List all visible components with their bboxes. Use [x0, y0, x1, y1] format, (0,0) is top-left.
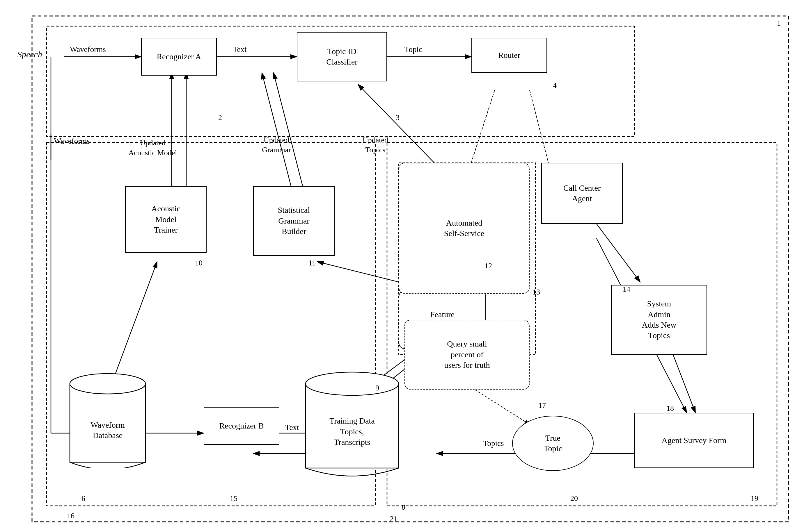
number-2: 2 — [218, 113, 222, 122]
recognizer-b-box: Recognizer B — [204, 407, 279, 445]
svg-line-21 — [111, 262, 157, 387]
number-9: 9 — [376, 384, 379, 393]
text-label-bottom: Text — [285, 423, 299, 432]
training-data-cylinder: Training Data Topics, Transcripts — [303, 369, 402, 477]
updated-topics-label: Updated Topics — [352, 135, 399, 155]
number-11: 11 — [308, 259, 316, 267]
number-3: 3 — [396, 113, 400, 122]
agent-survey-form-box: Agent Survey Form — [634, 413, 754, 468]
svg-line-29 — [465, 384, 530, 424]
number-14: 14 — [623, 285, 630, 293]
number-8: 8 — [402, 503, 405, 512]
statistical-grammar-builder-box: Statistical Grammar Builder — [253, 186, 335, 256]
automated-self-service-box: Automated Self-Service — [399, 163, 530, 293]
call-center-agent-box: Call Center Agent — [541, 163, 623, 224]
svg-line-31 — [597, 224, 640, 282]
topics-label: Topics — [483, 439, 504, 448]
svg-point-38 — [306, 372, 399, 395]
svg-point-36 — [70, 374, 146, 394]
waveform-database-cylinder: Waveform Database — [67, 369, 148, 468]
system-admin-box: System Admin Adds New Topics — [611, 285, 707, 355]
diagram: Speech Waveforms Text Topic Recognizer A… — [0, 0, 804, 532]
router-box: Router — [471, 38, 547, 73]
query-users-box: Query small percent of users for truth — [404, 320, 530, 390]
number-17: 17 — [538, 401, 546, 410]
text-label-1: Text — [233, 45, 247, 54]
number-18: 18 — [666, 404, 674, 413]
number-20: 20 — [570, 494, 578, 503]
number-6: 6 — [81, 494, 85, 503]
number-12: 12 — [485, 262, 492, 270]
updated-grammar-label: Updated Grammar — [253, 135, 300, 155]
updated-acoustic-model-label: Updated Acoustic Model — [127, 138, 179, 158]
number-10: 10 — [195, 259, 202, 267]
number-1: 1 — [777, 19, 781, 27]
topic-label: Topic — [404, 45, 422, 54]
number-16: 16 — [67, 512, 74, 520]
number-19: 19 — [751, 494, 758, 503]
acoustic-model-trainer-box: Acoustic Model Trainer — [125, 186, 206, 253]
svg-line-18 — [262, 73, 291, 186]
number-15: 15 — [230, 494, 237, 503]
svg-line-19 — [274, 73, 303, 186]
number-21: 21 — [390, 515, 398, 523]
waveforms-label-left: Waveforms — [54, 137, 90, 146]
speech-label: Speech — [17, 50, 42, 59]
number-4: 4 — [553, 81, 557, 90]
waveforms-label-top: Waveforms — [70, 45, 106, 54]
topic-id-classifier-box: Topic ID Classifier — [297, 32, 387, 81]
true-topic-ellipse: True Topic — [512, 416, 593, 471]
number-13: 13 — [532, 288, 540, 297]
recognizer-a-box: Recognizer A — [141, 38, 217, 76]
